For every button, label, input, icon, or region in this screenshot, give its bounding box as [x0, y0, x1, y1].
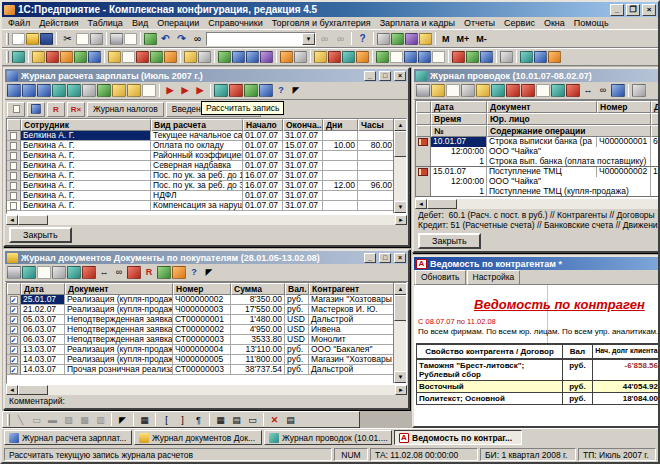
- doc-arrow-icon[interactable]: [122, 51, 135, 63]
- seal-button[interactable]: R: [47, 102, 65, 117]
- grid-toggle-icon[interactable]: ▦: [137, 413, 152, 426]
- guide-book-icon[interactable]: [419, 33, 432, 45]
- menu-directories[interactable]: Справочники: [204, 18, 267, 28]
- redo-icon[interactable]: ↷: [174, 32, 189, 46]
- refresh-button[interactable]: Обновить: [415, 270, 466, 285]
- documents-window-titlebar[interactable]: Журнал документов Документы по покупател…: [5, 251, 408, 264]
- person-icon[interactable]: [260, 51, 273, 63]
- line-tool-icon[interactable]: ╲: [13, 413, 28, 426]
- open-operation-icon[interactable]: [551, 84, 565, 97]
- copy-icon[interactable]: [76, 33, 89, 45]
- red-book-icon[interactable]: [328, 51, 341, 63]
- status-accounting-period[interactable]: БИ: 1 квартал 2008 г.: [480, 448, 576, 461]
- doc-red2-icon[interactable]: [127, 266, 141, 279]
- search-combobox[interactable]: ▼: [206, 32, 316, 46]
- salary-close-window-button[interactable]: Закрыть: [9, 227, 72, 243]
- doc-lightning-icon[interactable]: [452, 51, 465, 63]
- scroll-thumb[interactable]: [394, 295, 407, 321]
- search-posting-icon[interactable]: ∞: [596, 84, 610, 97]
- menu-salary-staff[interactable]: Зарплата и кадры: [376, 18, 459, 28]
- settings-button[interactable]: Настройка: [467, 270, 521, 285]
- print-icon[interactable]: [110, 33, 123, 45]
- toolbar-grip[interactable]: [7, 414, 10, 426]
- scroll-right-icon[interactable]: ►: [395, 215, 407, 225]
- salary-row[interactable]: Белкина А. Г. Пос. по ук. за реб. до 3 л…: [7, 181, 393, 191]
- scroll-right-icon[interactable]: ►: [395, 385, 407, 395]
- report-row[interactable]: Политекст; Основной руб. 18'084.00: [417, 393, 658, 405]
- check-icon[interactable]: [536, 84, 550, 97]
- postings-entry[interactable]: 15.01.07 Поступление ТМЦ Ч000000002 10.1…: [416, 167, 658, 197]
- documents-close-button[interactable]: ×: [394, 253, 406, 263]
- taskbar-tab-postings[interactable]: Журнал проводок (10.01....: [264, 430, 392, 445]
- doc-x-icon[interactable]: [142, 84, 156, 97]
- arrow-up2-icon[interactable]: [246, 51, 259, 63]
- documents-maximize-button[interactable]: □: [379, 253, 391, 263]
- delete-record-icon[interactable]: [67, 84, 81, 97]
- postings-entry[interactable]: 10.01.07 Строка выписки банка (ра Ч00000…: [416, 137, 658, 167]
- calculate-group-icon[interactable]: ▶: [178, 84, 192, 97]
- report4-icon[interactable]: [418, 51, 431, 63]
- scroll-thumb[interactable]: [18, 385, 48, 395]
- document-row[interactable]: ✓ 21.02.07 Реализация (купля-продажа) Ч0…: [7, 305, 393, 315]
- restore-button[interactable]: ❐: [626, 4, 640, 16]
- status-current-date[interactable]: ТА: 11.02.08 00:00:00: [370, 448, 478, 461]
- globe-icon[interactable]: [520, 51, 533, 63]
- salary-row[interactable]: Белкина А. Г. НДФЛ 01.07.07 31.07.07: [7, 191, 393, 201]
- doc-help-icon[interactable]: ?: [187, 266, 201, 279]
- menu-file[interactable]: Файл: [4, 18, 34, 28]
- doc-move-icon[interactable]: [127, 84, 141, 97]
- pilcrow-icon[interactable]: ¶: [191, 413, 206, 426]
- table-icon[interactable]: [466, 51, 479, 63]
- memory-m-button[interactable]: М: [439, 32, 453, 46]
- save-icon[interactable]: [40, 33, 53, 45]
- scroll-left-icon[interactable]: ◄: [6, 385, 18, 395]
- salary-window-titlebar[interactable]: Журнал расчета зарплаты (Июль 2007 г.) _…: [5, 69, 408, 82]
- document-row[interactable]: ✓ 05.03.07 Неподтвержденная заявка СТ000…: [7, 315, 393, 325]
- new-entry-button[interactable]: [7, 102, 25, 117]
- doc-in-icon[interactable]: [150, 51, 163, 63]
- totals-button[interactable]: [27, 102, 45, 117]
- report3-icon[interactable]: [404, 51, 417, 63]
- postings-close-window-button[interactable]: Закрыть: [418, 233, 481, 249]
- report-row[interactable]: Восточный руб. 44'054.92: [417, 381, 658, 393]
- print-preview-icon[interactable]: [124, 33, 137, 45]
- books-icon[interactable]: [88, 51, 101, 63]
- safe-icon[interactable]: [294, 51, 307, 63]
- select-cursor-icon[interactable]: ◤: [115, 413, 130, 426]
- status-payroll-period[interactable]: ТП: Июль 2007 г.: [578, 448, 656, 461]
- document-row[interactable]: ✓ 14.03.07 Прочая розничная реализаци СТ…: [7, 365, 393, 375]
- reestr-icon[interactable]: [22, 266, 36, 279]
- salary-row[interactable]: Белкина А. Г. Районный коэффициент 01.07…: [7, 151, 393, 161]
- more-icon[interactable]: [632, 84, 646, 97]
- menu-operations[interactable]: Операции: [153, 18, 203, 28]
- documents-vertical-scrollbar[interactable]: ▲ ▼: [393, 283, 406, 383]
- sun-icon[interactable]: [314, 51, 327, 63]
- menu-actions[interactable]: Действия: [35, 18, 82, 28]
- doc-small-icon[interactable]: [500, 51, 513, 63]
- memory-minus-button[interactable]: М-: [473, 32, 490, 46]
- menu-table[interactable]: Таблица: [84, 18, 127, 28]
- post-doc-icon[interactable]: [157, 266, 171, 279]
- new-posting-icon[interactable]: [431, 84, 445, 97]
- document-row[interactable]: ✓ 06.03.07 Неподтвержденная заявка СТ000…: [7, 325, 393, 335]
- doc-red-icon[interactable]: [136, 51, 149, 63]
- salary-maximize-button[interactable]: □: [379, 71, 391, 81]
- berries-icon[interactable]: [46, 51, 59, 63]
- salary-vertical-scrollbar[interactable]: ▲ ▼: [393, 119, 406, 213]
- scroll-up-icon[interactable]: ▲: [394, 283, 407, 295]
- salary-row[interactable]: Белкина А. Г. Компенсация за нарушени 01…: [7, 201, 393, 211]
- table-view-icon[interactable]: ▦: [213, 413, 228, 426]
- open-doc-icon[interactable]: [112, 84, 126, 97]
- interval-icon[interactable]: ↔: [581, 84, 595, 97]
- cut-icon[interactable]: ✂: [60, 32, 75, 46]
- find-icon[interactable]: ∞: [190, 32, 205, 46]
- interval-doc-icon[interactable]: ↔: [97, 266, 111, 279]
- panel-toggle-icon[interactable]: ▭: [245, 413, 260, 426]
- toolbar-grip[interactable]: [6, 33, 9, 45]
- doc-b-icon[interactable]: [480, 51, 493, 63]
- plant-icon[interactable]: [218, 51, 231, 63]
- docs-icon[interactable]: [259, 84, 273, 97]
- salary-row[interactable]: Белкина А. Г. Пос. по ук. за реб. до 1,5…: [7, 171, 393, 181]
- assistant-icon[interactable]: [12, 51, 25, 63]
- toolbar-grip[interactable]: [6, 51, 9, 63]
